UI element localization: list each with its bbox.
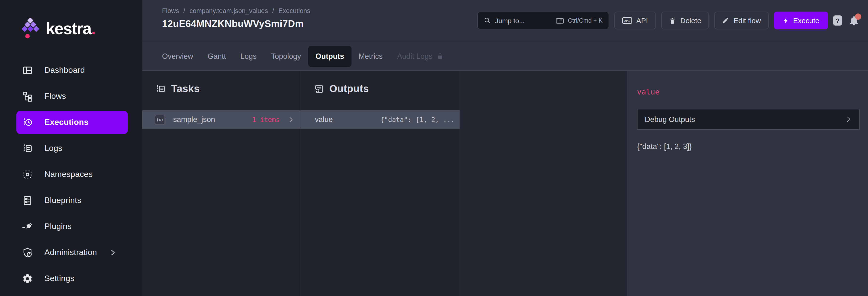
wordmark-dot: . xyxy=(91,19,95,37)
sidebar-item-blueprints[interactable]: Blueprints xyxy=(17,188,128,213)
outputs-content: Tasks (x) sample_json 1 items xyxy=(142,71,868,296)
sidebar-item-namespaces[interactable]: Namespaces xyxy=(17,162,128,188)
keyboard-icon xyxy=(555,16,564,25)
task-items-badge: 1 items xyxy=(252,116,280,123)
jump-to-search[interactable]: Ctrl/Cmd + K xyxy=(477,11,609,29)
execute-button[interactable]: Execute xyxy=(774,11,828,29)
sidebar-item-administration[interactable]: Administration xyxy=(17,240,128,266)
plugins-icon xyxy=(22,221,33,232)
sidebar-item-flows[interactable]: Flows xyxy=(17,84,128,109)
outputs-icon xyxy=(314,84,324,94)
lock-icon xyxy=(436,53,444,60)
debug-outputs-button[interactable]: Debug Outputs xyxy=(637,109,860,130)
page-title: 12uE64MNZKNbuWVySmi7Dm xyxy=(162,18,304,29)
search-icon xyxy=(484,17,491,24)
task-name: sample_json xyxy=(173,115,215,124)
sidebar-item-plugins[interactable]: Plugins xyxy=(17,213,128,240)
chevron-right-icon xyxy=(287,116,294,123)
output-key: value xyxy=(315,115,333,124)
next-column-placeholder xyxy=(460,71,628,296)
detail-value-json: {"data": [1, 2, 3]} xyxy=(637,142,860,151)
task-row-sample-json[interactable]: (x) sample_json 1 items xyxy=(142,110,300,129)
tab-logs[interactable]: Logs xyxy=(233,45,264,67)
execution-tabs: Overview Gantt Logs Topology Outputs Met… xyxy=(142,42,868,71)
sidebar-item-settings[interactable]: Settings xyxy=(17,266,128,292)
breadcrumb: Flows / company.team.json_values / Execu… xyxy=(162,7,310,14)
header-controls: Ctrl/Cmd + K API API Delete xyxy=(477,11,860,29)
tab-overview[interactable]: Overview xyxy=(155,45,200,67)
dashboard-icon xyxy=(22,65,33,76)
breadcrumb-separator: / xyxy=(272,7,274,14)
breadcrumb-namespace-flow[interactable]: company.team.json_values xyxy=(189,7,268,14)
tab-outputs[interactable]: Outputs xyxy=(308,45,351,67)
top-header: Flows / company.team.json_values / Execu… xyxy=(142,0,868,41)
kestra-logo[interactable]: kestra. xyxy=(21,11,142,45)
administration-icon xyxy=(22,247,33,258)
help-icon[interactable]: ? xyxy=(833,15,842,26)
outputs-panel-header: Outputs xyxy=(314,82,448,95)
chevron-right-icon xyxy=(110,249,116,256)
output-row-value[interactable]: value {"data": [1, 2, ... xyxy=(301,110,460,129)
trash-icon xyxy=(669,17,676,24)
api-button[interactable]: API API xyxy=(614,11,656,29)
tab-metrics[interactable]: Metrics xyxy=(351,45,390,67)
kestra-logo-icon xyxy=(21,17,39,40)
pencil-icon xyxy=(722,17,729,24)
sidebar-item-dashboard[interactable]: Dashboard xyxy=(17,57,128,84)
breadcrumb-executions[interactable]: Executions xyxy=(278,7,310,14)
jump-to-input[interactable] xyxy=(495,17,548,24)
shortcut-hint: Ctrl/Cmd + K xyxy=(555,16,602,25)
tasks-column: Tasks (x) sample_json 1 items xyxy=(142,71,301,296)
detail-key-label: value xyxy=(637,88,860,96)
breadcrumb-separator: / xyxy=(184,7,185,14)
flows-icon xyxy=(22,91,33,102)
edit-flow-button[interactable]: Edit flow xyxy=(714,11,768,29)
outputs-column: Outputs value {"data": [1, 2, ... xyxy=(301,71,460,296)
executions-icon xyxy=(22,117,33,128)
tasks-panel-header: Tasks xyxy=(156,82,288,95)
sidebar-item-executions[interactable]: Executions xyxy=(17,111,128,134)
svg-text:API: API xyxy=(624,19,629,23)
delete-button[interactable]: Delete xyxy=(661,11,709,29)
sidebar-nav: Dashboard Flows Executions xyxy=(0,57,142,292)
settings-icon xyxy=(22,273,33,284)
notifications-bell[interactable] xyxy=(848,15,860,26)
output-detail-panel: value Debug Outputs {"data": [1, 2, 3]} xyxy=(628,71,868,296)
outputs-rows: value {"data": [1, 2, ... xyxy=(301,110,460,129)
task-type-icon: (x) xyxy=(155,114,165,125)
tasks-rows: (x) sample_json 1 items xyxy=(142,110,300,129)
tab-audit-logs[interactable]: Audit Logs xyxy=(390,45,451,67)
lightning-bolt-icon xyxy=(783,17,789,24)
breadcrumb-flows[interactable]: Flows xyxy=(162,7,179,14)
tab-topology[interactable]: Topology xyxy=(264,45,308,67)
notification-dot xyxy=(855,13,861,20)
kestra-wordmark: kestra. xyxy=(46,19,95,38)
sidebar-item-logs[interactable]: Logs xyxy=(17,135,128,162)
output-preview: {"data": [1, 2, ... xyxy=(380,116,455,123)
logs-icon xyxy=(22,143,33,154)
tasks-icon xyxy=(156,84,166,94)
kestra-app: kestra. Dashboard Flows xyxy=(0,0,868,296)
namespaces-icon xyxy=(22,169,33,180)
blueprints-icon xyxy=(22,195,33,206)
chevron-right-icon xyxy=(845,116,852,123)
tab-gantt[interactable]: Gantt xyxy=(200,45,233,67)
sidebar: kestra. Dashboard Flows xyxy=(0,0,142,296)
api-icon: API xyxy=(622,17,632,24)
